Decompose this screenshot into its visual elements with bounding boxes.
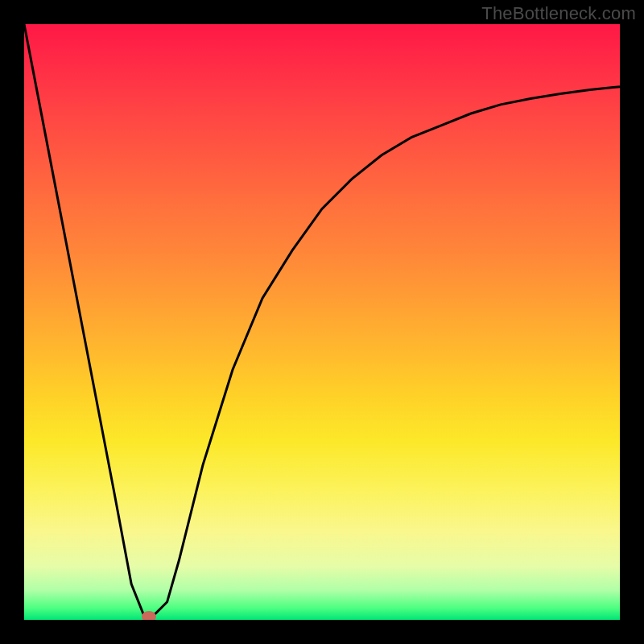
plot-area [24,24,620,620]
chart-container: TheBottleneck.com [0,0,644,644]
watermark-text: TheBottleneck.com [481,3,636,24]
marker-dot [142,611,156,620]
bottleneck-curve [24,24,620,620]
